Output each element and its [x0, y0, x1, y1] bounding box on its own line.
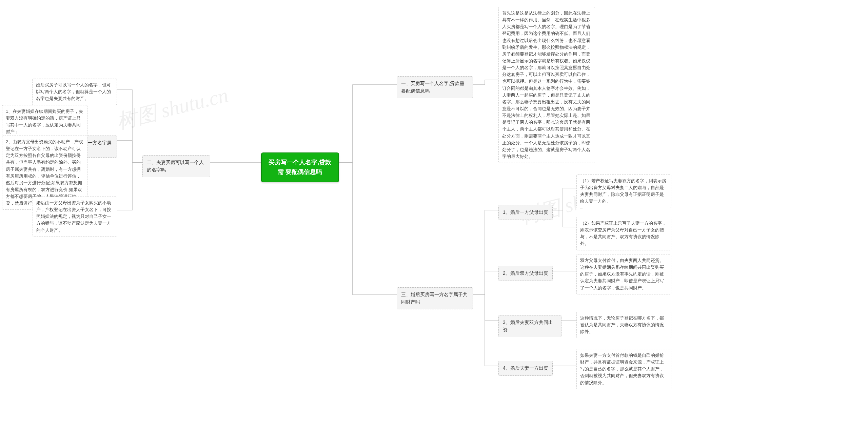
branch-3[interactable]: 三、婚后买房写一方名字属于共同财产吗: [397, 287, 473, 309]
branch-1[interactable]: 一、买房写一个人名字,贷款需要配偶信息吗: [397, 76, 473, 98]
branch-3-c4-leaf: 如果夫妻一方支付首付款的钱是自己的婚前财产，并且有证据证明资金来源，产权证上写的…: [576, 349, 671, 389]
branch-2-c2-leaf1: 1、在夫妻婚姻存续期间购买的房子，夫妻双方没有明确约定的话，房产证上只写其中一人…: [2, 105, 87, 139]
branch-3-c2-leaf: 双方父母支付首付，由夫妻两人共同还贷。这种在夫妻婚姻关系存续期间共同出资购买的房…: [576, 254, 671, 294]
branch-2[interactable]: 二、夫妻买房可以写一个人的名字吗: [142, 155, 210, 177]
branch-3-c2[interactable]: 2、婚后双方父母出资: [498, 266, 553, 281]
branch-3-c4[interactable]: 4、婚后夫妻一方出资: [498, 361, 553, 376]
branch-3-c3[interactable]: 3、婚后夫妻双方共同出资: [498, 315, 561, 337]
branch-3-c1[interactable]: 1、婚后一方父母出资: [498, 205, 553, 220]
branch-3-c1-leaf2: （2）如果产权证上只写了夫妻一方的名字，则表示该套房产为父母对自己一方子女的赠与…: [576, 217, 671, 250]
branch-2-c1-leaf: 婚后买房子可以写一个人的名字，也可以写两个人的名字，但就算是一个人的名字也是夫妻…: [32, 79, 117, 105]
branch-3-c1-leaf1: （1）若产权证写夫妻双方的名字，则表示房子为出资方父母对夫妻二人的赠与，自然是夫…: [576, 175, 671, 208]
connector-lines: [0, 0, 868, 431]
branch-1-leaf: 首先这是这是从法律上的划分，因此在法律上具有不一样的作用。当然，在现实生活中很多…: [498, 7, 595, 163]
branch-3-c3-leaf: 这种情况下，无论房子登记在哪方名下，都被认为是共同财产，夫妻双方有协议的情况除外…: [576, 312, 671, 338]
root-node[interactable]: 买房写一个人名字,贷款需 要配偶信息吗: [261, 152, 339, 182]
branch-2-c3-leaf: 婚后由一方父母出资为子女购买的不动产，产权登记在出资人子女名下，可按照婚姻法的规…: [33, 197, 117, 237]
watermark-left: 树图 shutu.cn: [114, 81, 231, 136]
